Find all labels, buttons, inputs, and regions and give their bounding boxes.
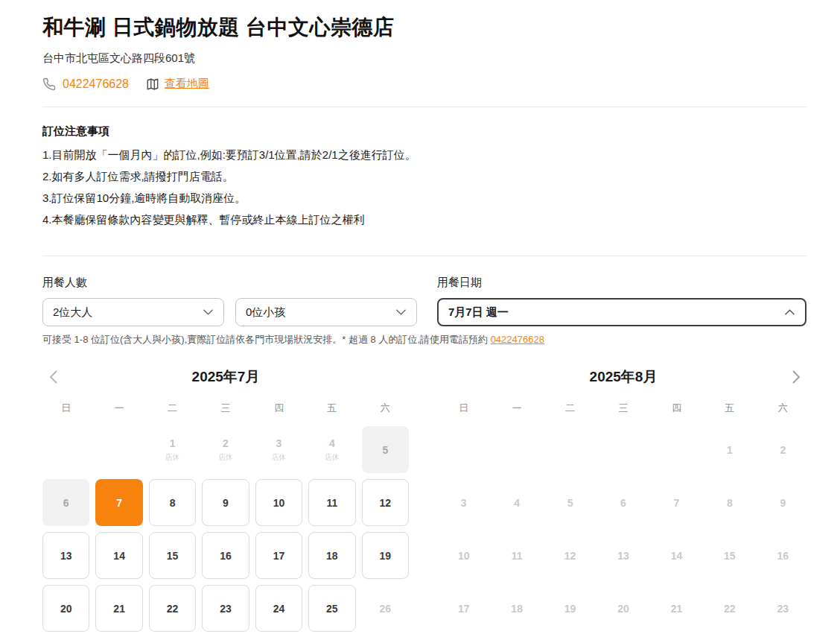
day-number: 23 bbox=[220, 603, 232, 614]
day-number: 10 bbox=[273, 498, 285, 508]
calendar-day-13: 13 bbox=[599, 532, 646, 579]
day-number: 7 bbox=[116, 498, 122, 508]
closed-label: 店休 bbox=[325, 454, 340, 461]
day-number: 5 bbox=[567, 498, 573, 508]
calendar-day-8[interactable]: 8 bbox=[149, 479, 196, 526]
calendar-day-24[interactable]: 24 bbox=[255, 585, 302, 632]
calendar-day-9[interactable]: 9 bbox=[202, 479, 249, 526]
calendar-day-12[interactable]: 12 bbox=[362, 479, 409, 526]
weekday-label: 四 bbox=[653, 402, 700, 415]
day-number: 12 bbox=[379, 498, 391, 508]
calendar-day-2: 2 bbox=[760, 426, 806, 473]
calendar-day-7[interactable]: 7 bbox=[95, 479, 142, 526]
view-map-link[interactable]: 查看地圖 bbox=[165, 77, 209, 91]
day-number: 6 bbox=[620, 498, 626, 508]
day-number: 15 bbox=[724, 551, 736, 561]
notes-list: 1.目前開放「一個月內」的訂位,例如:要預訂3/1位置,請於2/1之後進行訂位。… bbox=[42, 144, 806, 230]
party-size-group: 用餐人數 2位大人 0位小孩 bbox=[42, 276, 417, 326]
day-number: 16 bbox=[777, 551, 789, 561]
closed-label: 店休 bbox=[271, 454, 286, 461]
chevron-down-icon bbox=[203, 309, 213, 315]
weekday-label: 日 bbox=[440, 402, 487, 415]
calendar-empty-cell bbox=[599, 426, 646, 473]
calendar-empty-cell bbox=[547, 426, 594, 473]
contact-row: 0422476628 查看地圖 bbox=[42, 77, 806, 91]
calendar-day-14: 14 bbox=[653, 532, 700, 579]
calendar-day-16[interactable]: 16 bbox=[202, 532, 249, 579]
map-group: 查看地圖 bbox=[146, 77, 209, 91]
phone-icon bbox=[42, 77, 56, 91]
booking-helper-text: 可接受 1-8 位訂位(含大人與小孩),實際訂位請依各門市現場狀況安排。* 超過… bbox=[42, 333, 806, 346]
calendar-next-button[interactable] bbox=[787, 368, 805, 386]
calendar-day-17[interactable]: 17 bbox=[255, 532, 302, 579]
day-number: 4 bbox=[514, 498, 520, 508]
calendar-day-8: 8 bbox=[706, 479, 753, 526]
calendar-day-15[interactable]: 15 bbox=[149, 532, 196, 579]
weekday-label: 六 bbox=[362, 402, 409, 415]
day-number: 18 bbox=[326, 551, 338, 561]
helper-phone-link[interactable]: 0422476628 bbox=[491, 334, 544, 345]
weekday-label: 六 bbox=[760, 402, 806, 415]
adults-select[interactable]: 2位大人 bbox=[42, 298, 224, 326]
note-item-3: 3.訂位保留10分鐘,逾時將自動取消座位。 bbox=[42, 187, 806, 209]
day-number: 20 bbox=[617, 603, 629, 614]
calendar-day-21[interactable]: 21 bbox=[95, 585, 142, 632]
children-select-value: 0位小孩 bbox=[246, 305, 285, 320]
booking-page: 和牛涮 日式鍋物放題 台中文心崇德店 台中市北屯區文心路四段601號 04224… bbox=[0, 0, 840, 632]
calendar-day-1: 1 bbox=[706, 426, 753, 473]
calendar-day-5: 5 bbox=[362, 426, 409, 473]
calendar-empty-cell bbox=[42, 426, 89, 473]
day-number: 24 bbox=[273, 603, 285, 614]
day-number: 3 bbox=[276, 438, 282, 449]
weekday-label: 三 bbox=[599, 402, 646, 415]
day-number: 9 bbox=[780, 498, 786, 508]
calendar-day-4: 4店休 bbox=[308, 426, 355, 473]
calendar-day-18: 18 bbox=[493, 585, 540, 632]
day-number: 6 bbox=[63, 498, 69, 508]
calendar-day-26: 26 bbox=[362, 585, 409, 632]
date-group: 用餐日期 7月7日 週一 bbox=[437, 276, 806, 326]
weekday-label: 一 bbox=[493, 402, 540, 415]
map-icon bbox=[146, 77, 159, 91]
calendar-day-20[interactable]: 20 bbox=[42, 585, 89, 632]
day-number: 21 bbox=[113, 603, 125, 614]
chevron-up-icon bbox=[785, 309, 795, 315]
children-select[interactable]: 0位小孩 bbox=[235, 298, 417, 326]
calendar-day-11[interactable]: 11 bbox=[308, 479, 355, 526]
calendar-day-25[interactable]: 25 bbox=[308, 585, 355, 632]
phone-number-link[interactable]: 0422476628 bbox=[63, 77, 129, 91]
day-number: 7 bbox=[674, 498, 680, 508]
note-item-4: 4.本餐廳保留條款內容變更與解釋、暫停或終止本線上訂位之權利 bbox=[42, 209, 806, 230]
calendar-day-19[interactable]: 19 bbox=[362, 532, 409, 579]
calendar-day-11: 11 bbox=[493, 532, 540, 579]
calendar-day-23[interactable]: 23 bbox=[202, 585, 249, 632]
calendar-day-4: 4 bbox=[493, 479, 540, 526]
day-number: 11 bbox=[512, 551, 523, 561]
page-title: 和牛涮 日式鍋物放題 台中文心崇德店 bbox=[42, 13, 806, 42]
calendar-day-10[interactable]: 10 bbox=[255, 479, 302, 526]
day-number: 19 bbox=[564, 603, 576, 614]
calendar-prev-button[interactable] bbox=[44, 368, 62, 386]
day-number: 12 bbox=[564, 551, 576, 561]
day-number: 17 bbox=[273, 551, 285, 561]
day-number: 1 bbox=[170, 438, 176, 449]
day-number: 25 bbox=[326, 603, 338, 614]
calendar-day-3: 3 bbox=[440, 479, 487, 526]
calendar-day-13[interactable]: 13 bbox=[42, 532, 89, 579]
weekday-label: 五 bbox=[308, 402, 355, 415]
weekday-label: 三 bbox=[202, 402, 249, 415]
date-select[interactable]: 7月7日 週一 bbox=[437, 298, 806, 326]
day-number: 15 bbox=[167, 551, 179, 561]
day-number: 22 bbox=[167, 603, 179, 614]
calendar-day-20: 20 bbox=[599, 585, 646, 632]
calendar-day-14[interactable]: 14 bbox=[95, 532, 142, 579]
calendar-day-22[interactable]: 22 bbox=[149, 585, 196, 632]
day-number: 3 bbox=[461, 498, 467, 508]
calendar-empty-cell bbox=[95, 426, 142, 473]
divider-top bbox=[42, 107, 806, 107]
day-number: 2 bbox=[780, 445, 786, 455]
calendar-day-15: 15 bbox=[706, 532, 753, 579]
calendar-day-18[interactable]: 18 bbox=[308, 532, 355, 579]
booking-notes: 訂位注意事項 1.目前開放「一個月內」的訂位,例如:要預訂3/1位置,請於2/1… bbox=[42, 124, 806, 230]
weekday-label: 一 bbox=[95, 402, 142, 415]
